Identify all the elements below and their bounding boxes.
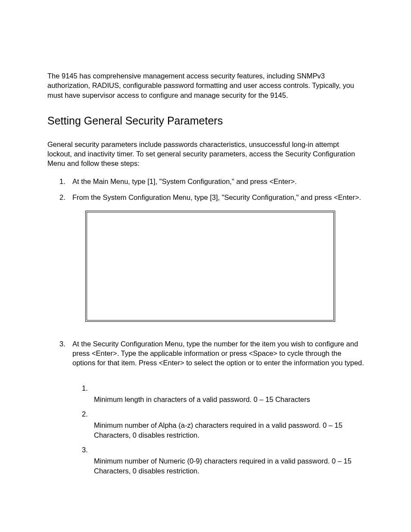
parameter-description: Minimum length in characters of a valid … (94, 395, 365, 404)
intro-paragraph: The 9145 has comprehensive management ac… (47, 71, 365, 100)
section-intro-paragraph: General security parameters include pass… (47, 140, 365, 168)
list-item: 3. Minimum number of Numeric (0-9) chara… (82, 445, 365, 476)
list-item: 2. From the System Configuration Menu, t… (59, 193, 365, 202)
steps-list-continued: 3. At the Security Configuration Menu, t… (59, 339, 365, 368)
list-marker: 3. (59, 339, 72, 368)
parameter-description: Minimum number of Alpha (a-z) characters… (94, 420, 365, 440)
list-item: 1. At the Main Menu, type [1], "System C… (59, 177, 365, 186)
section-heading: Setting General Security Parameters (47, 114, 365, 128)
list-marker: 1. (82, 383, 365, 393)
steps-list: 1. At the Main Menu, type [1], "System C… (59, 177, 365, 202)
list-item: 3. At the Security Configuration Menu, t… (59, 339, 365, 368)
list-marker: 2. (59, 193, 72, 202)
parameter-description: Minimum number of Numeric (0-9) characte… (94, 456, 365, 476)
list-item: 1. Minimum length in characters of a val… (82, 383, 365, 404)
list-marker: 3. (82, 445, 365, 454)
list-marker: 2. (82, 409, 365, 419)
menu-figure-placeholder (85, 211, 335, 322)
list-item: 2. Minimum number of Alpha (a-z) charact… (82, 409, 365, 440)
list-content: At the Main Menu, type [1], "System Conf… (72, 177, 365, 186)
list-content: At the Security Configuration Menu, type… (72, 339, 365, 368)
list-marker: 1. (59, 177, 72, 186)
list-content: From the System Configuration Menu, type… (72, 193, 365, 202)
parameter-sublist: 1. Minimum length in characters of a val… (82, 383, 365, 476)
